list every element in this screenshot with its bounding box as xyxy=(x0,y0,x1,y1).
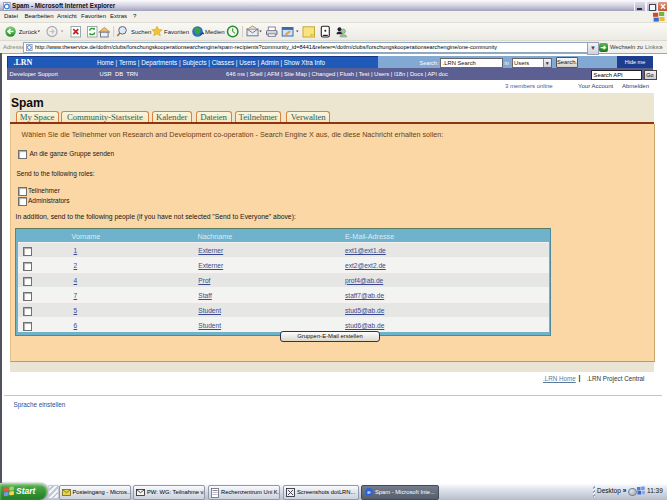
svg-text:Zurück: Zurück xyxy=(19,29,38,35)
svg-text:Medien: Medien xyxy=(205,29,225,35)
svg-text:Suchen: Suchen xyxy=(131,29,151,35)
svg-text:Favoriten: Favoriten xyxy=(164,29,189,35)
